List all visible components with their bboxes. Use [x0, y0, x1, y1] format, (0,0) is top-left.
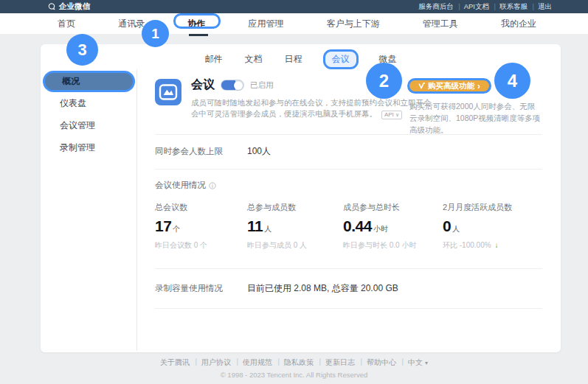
participant-limit-label: 同时参会人数上限 [155, 146, 247, 157]
stat-label: 总参与成员数 [247, 202, 343, 213]
tab-docs[interactable]: 文档 [245, 53, 263, 66]
nav-item-customers[interactable]: 客户与上下游 [327, 18, 380, 30]
nav-item-admin-tools[interactable]: 管理工具 [423, 18, 458, 30]
stat-value: 0.44 [343, 217, 372, 234]
sidebar-item-meeting-management[interactable]: 会议管理 [41, 114, 136, 136]
stat-subtext: 环比 -100.00% ↓ [443, 240, 542, 251]
nav-item-app-management[interactable]: 应用管理 [248, 18, 283, 30]
chevron-right-icon: › [477, 83, 480, 90]
divider [155, 169, 542, 170]
footer-link-about-tencent[interactable]: 关于腾讯 [154, 357, 196, 368]
sidebar-item-overview[interactable]: 概况 [43, 71, 135, 92]
topbar-link-api-docs[interactable]: API文档 [459, 2, 494, 12]
stat-monthly-active-members: 2月月度活跃成员数 0人 环比 -100.00% ↓ [443, 202, 542, 251]
collaboration-tabs: 邮件 文档 日程 会议 微盘 [41, 50, 561, 68]
tab-meeting[interactable]: 会议 [323, 49, 359, 69]
api-badge-label: API [384, 111, 394, 118]
stat-unit: 个 [173, 225, 180, 233]
stat-subtext-value: 环比 -100.00% [443, 241, 491, 249]
annotation-step-2-badge: 2 [366, 63, 402, 99]
footer-link-user-agreement[interactable]: 用户协议 [196, 357, 237, 368]
stat-unit: 人 [264, 225, 271, 233]
language-caret-down-icon: ▾ [425, 360, 428, 366]
nav-item-contacts[interactable]: 通讯录 [118, 18, 145, 30]
copyright-text: © 1998 - 2023 Tencent Inc. All Rights Re… [0, 371, 588, 379]
recording-capacity-label: 录制容量使用情况 [155, 283, 247, 294]
nav-item-collaboration[interactable]: 协作 [187, 18, 205, 30]
main-panel: 邮件 文档 日程 会议 微盘 概况 仪表盘 会议管理 录制管理 会议 已启用 [41, 44, 561, 352]
participant-limit-row: 同时参会人数上限 100人 [155, 145, 542, 158]
footer-link-changelog[interactable]: 更新日志 [319, 357, 361, 368]
divider [155, 308, 542, 309]
footer-links: 关于腾讯 用户协议 使用规范 隐私政策 更新日志 帮助中心 中文 ▾ [154, 357, 434, 368]
api-badge[interactable]: API ∨ [381, 111, 402, 119]
app-logo-label: 企业微信 [59, 1, 90, 12]
stat-subtext: 昨日参与时长 0.0 小时 [343, 240, 443, 251]
footer-link-privacy-policy[interactable]: 隐私政策 [278, 357, 319, 368]
toggle-knob [234, 81, 243, 90]
topbar-link-provider-console[interactable]: 服务商后台 [413, 2, 459, 12]
premium-v-icon [418, 83, 425, 89]
sidebar-item-dashboard[interactable]: 仪表盘 [41, 92, 136, 114]
annotation-step-3-badge: 3 [66, 34, 98, 66]
recording-capacity-value: 目前已使用 2.08 MB, 总容量 20.00 GB [247, 282, 398, 295]
footer-link-usage-rules[interactable]: 使用规范 [237, 357, 278, 368]
usage-stats: 总会议数 17个 昨日会议数 0 个 总参与成员数 11人 昨日参与成员 0 人… [155, 202, 542, 251]
info-icon[interactable] [209, 182, 216, 189]
recording-capacity-row: 录制容量使用情况 目前已使用 2.08 MB, 总容量 20.00 GB [155, 282, 542, 295]
footer-language-label: 中文 [408, 358, 423, 366]
meeting-sidebar: 概况 仪表盘 会议管理 录制管理 [41, 71, 136, 158]
buy-premium-label: 购买高级功能 [428, 81, 474, 91]
meeting-app-head-main: 会议 已启用 成员可随时随地发起和参与的在线会议，支持提前预约会议和立即开会，会… [191, 77, 442, 119]
stat-label: 成员参与总时长 [343, 202, 443, 213]
meeting-app-header: 会议 已启用 成员可随时随地发起和参与的在线会议，支持提前预约会议和立即开会，会… [155, 77, 542, 119]
toggle-state-label: 已启用 [250, 80, 274, 91]
tab-calendar[interactable]: 日程 [285, 53, 302, 66]
page-title: 会议 [191, 77, 215, 93]
annotation-step-4-badge: 4 [494, 63, 530, 99]
stat-unit: 人 [452, 225, 460, 233]
buy-premium-button[interactable]: 购买高级功能 › [407, 78, 491, 94]
meeting-enable-toggle[interactable] [221, 80, 244, 91]
main-nav: 首页 通讯录 协作 应用管理 客户与上下游 管理工具 我的企业 [0, 13, 588, 34]
stat-label: 总会议数 [155, 202, 247, 213]
footer-link-help-center[interactable]: 帮助中心 [361, 357, 402, 368]
nav-item-collaboration-label: 协作 [187, 18, 205, 29]
stat-total-meetings: 总会议数 17个 昨日会议数 0 个 [155, 202, 247, 251]
footer-language-selector[interactable]: 中文 ▾ [402, 357, 434, 368]
tab-mail[interactable]: 邮件 [205, 53, 223, 66]
overview-content: 会议 已启用 成员可随时随地发起和参与的在线会议，支持提前预约会议和立即开会，会… [155, 77, 542, 309]
topbar-link-contact-support[interactable]: 联系客服 [494, 2, 533, 12]
sidebar-divider [136, 69, 137, 351]
stat-subtext: 昨日参与成员 0 人 [247, 240, 343, 251]
topbar-link-logout[interactable]: 退出 [533, 2, 557, 12]
stat-unit: 小时 [373, 225, 388, 233]
premium-promo-text: 购买后可获得2000人同时参会、无限云录制空间、1080P视频清晰度等多项高级功… [409, 100, 542, 136]
wechat-work-bubble-icon [47, 2, 56, 11]
stat-label: 2月月度活跃成员数 [443, 202, 542, 213]
meeting-app-description: 成员可随时随地发起和参与的在线会议，支持提前预约会议和立即开会，会中可灵活管理参… [191, 97, 442, 119]
nav-item-my-company[interactable]: 我的企业 [501, 18, 536, 30]
app-logo[interactable]: 企业微信 [47, 1, 90, 12]
stat-value: 17 [155, 217, 171, 234]
annotation-step-1-badge: 1 [142, 20, 169, 47]
nav-item-home[interactable]: 首页 [58, 18, 75, 30]
page-footer: 关于腾讯 用户协议 使用规范 隐私政策 更新日志 帮助中心 中文 ▾ © 199… [0, 355, 588, 379]
stat-value: 0 [443, 217, 451, 234]
usage-section-header: 会议使用情况 [155, 180, 542, 191]
divider [155, 268, 542, 269]
stat-value: 11 [247, 217, 263, 234]
stat-total-duration: 成员参与总时长 0.44小时 昨日参与时长 0.0 小时 [343, 202, 443, 251]
trend-down-icon: ↓ [494, 241, 498, 249]
sidebar-item-recording-management[interactable]: 录制管理 [41, 136, 136, 158]
participant-limit-value: 100人 [247, 145, 271, 158]
meeting-app-icon [155, 79, 181, 105]
usage-section-title: 会议使用情况 [155, 180, 206, 191]
stat-subtext: 昨日会议数 0 个 [155, 240, 247, 251]
topbar: 企业微信 服务商后台 API文档 联系客服 退出 [0, 0, 588, 13]
stat-total-participants: 总参与成员数 11人 昨日参与成员 0 人 [247, 202, 343, 251]
active-nav-underline [189, 34, 208, 36]
topbar-links: 服务商后台 API文档 联系客服 退出 [413, 2, 557, 12]
api-caret-down-icon: ∨ [395, 112, 399, 117]
